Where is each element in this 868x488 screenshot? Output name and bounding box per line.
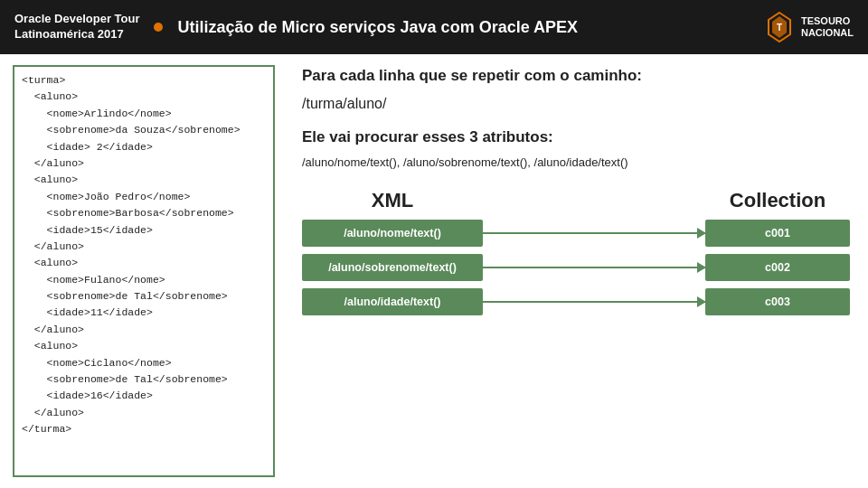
right-panel: Para cada linha que se repetir com o cam… (284, 54, 868, 488)
collection-header: Collection (705, 189, 850, 212)
collection-item-1: c001 (705, 220, 850, 247)
collection-item-3: c003 (705, 288, 850, 315)
arrow-2 (483, 267, 705, 268)
tesouro-text: TESOURO NACIONAL (801, 15, 854, 39)
tesouro-icon: T (763, 11, 796, 43)
logo-text: Oracle Developer Tour Latinoamérica 2017 (14, 12, 139, 42)
arrow-1 (483, 232, 705, 234)
tesouro-logo: T TESOURO NACIONAL (763, 11, 854, 43)
svg-text:T: T (777, 23, 782, 33)
xml-content: <turma> <aluno> <nome>Arlindo</nome> <so… (22, 72, 266, 438)
diagram: XML Collection /aluno/nome/text() c001 /… (302, 189, 850, 315)
arrow-3 (483, 301, 705, 303)
dot-separator (154, 23, 163, 32)
atributos-value: /aluno/nome/text(), /aluno/sobrenome/tex… (302, 155, 850, 169)
collection-item-2: c002 (705, 254, 850, 281)
path-value: /turma/aluno/ (302, 96, 850, 112)
diagram-row-2: /aluno/sobrenome/text() c002 (302, 254, 850, 281)
para-cada-heading: Para cada linha que se repetir com o cam… (302, 67, 850, 85)
header-title: Utilização de Micro serviços Java com Or… (177, 18, 748, 37)
diagram-row-1: /aluno/nome/text() c001 (302, 220, 850, 247)
main-content: <turma> <aluno> <nome>Arlindo</nome> <so… (0, 54, 868, 488)
diagram-row-3: /aluno/idade/text() c003 (302, 288, 850, 315)
xml-item-2: /aluno/sobrenome/text() (302, 254, 483, 281)
xml-header: XML (302, 189, 483, 212)
ele-vai-heading: Ele vai procurar esses 3 atributos: (302, 128, 850, 146)
xml-item-3: /aluno/idade/text() (302, 288, 483, 315)
diagram-headers: XML Collection (302, 189, 850, 212)
xml-item-1: /aluno/nome/text() (302, 220, 483, 247)
xml-panel: <turma> <aluno> <nome>Arlindo</nome> <so… (13, 65, 275, 477)
header: Oracle Developer Tour Latinoamérica 2017… (0, 0, 868, 54)
